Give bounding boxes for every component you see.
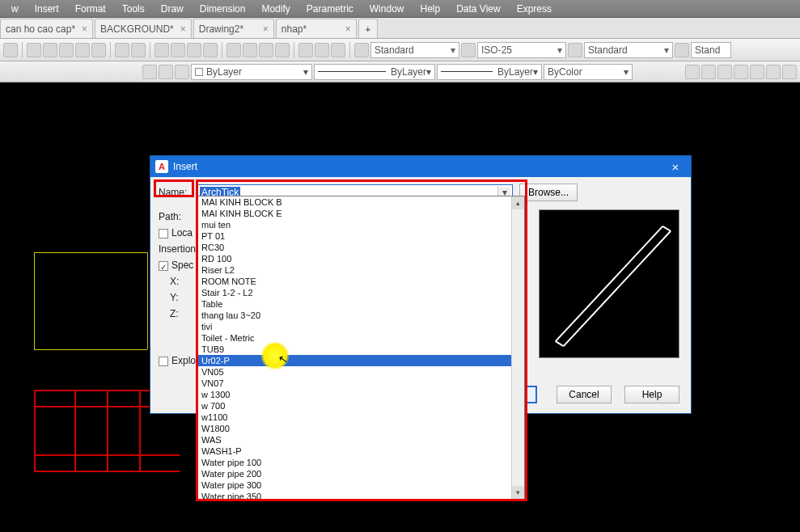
- menu-item[interactable]: Insert: [27, 3, 67, 15]
- tool-icon[interactable]: [259, 43, 273, 57]
- layer-combo[interactable]: ByLayer▾: [191, 64, 312, 80]
- tool-icon[interactable]: [75, 43, 90, 57]
- mleader-style-combo[interactable]: Stand: [691, 42, 731, 58]
- tool-icon[interactable]: [298, 43, 313, 57]
- dim-icon[interactable]: [717, 65, 732, 79]
- document-tab[interactable]: nhap*×: [276, 19, 357, 38]
- menu-item[interactable]: Dimension: [192, 3, 254, 15]
- dropdown-item[interactable]: Water pipe 350: [198, 491, 524, 500]
- tool-icon[interactable]: [91, 43, 106, 57]
- menu-item[interactable]: Data View: [448, 3, 508, 15]
- dropdown-item[interactable]: Stair 1-2 - L2: [198, 287, 524, 298]
- linetype-combo[interactable]: ByLayer▾: [314, 64, 435, 80]
- tool-icon[interactable]: [3, 43, 18, 57]
- redo-icon[interactable]: [131, 43, 146, 57]
- menu-item[interactable]: Express: [509, 3, 560, 15]
- document-tab[interactable]: Drawing2*×: [193, 19, 274, 38]
- dropdown-item[interactable]: W1800: [198, 423, 524, 434]
- new-tab-button[interactable]: +: [358, 19, 378, 38]
- menu-bar[interactable]: w Insert Format Tools Draw Dimension Mod…: [0, 0, 800, 18]
- copy-icon[interactable]: [43, 43, 57, 57]
- close-icon[interactable]: ×: [174, 23, 186, 35]
- tool-icon[interactable]: [226, 43, 241, 57]
- dropdown-item[interactable]: Water pipe 200: [198, 468, 524, 479]
- mleader-style-icon[interactable]: [675, 43, 689, 57]
- menu-item[interactable]: Parametric: [298, 3, 362, 15]
- table-style-combo[interactable]: Standard▾: [584, 42, 673, 58]
- cancel-button[interactable]: Cancel: [557, 386, 612, 403]
- explode-checkbox[interactable]: [159, 357, 168, 366]
- dialog-titlebar[interactable]: A Insert ×: [150, 156, 691, 177]
- dropdown-item[interactable]: MAI KINH BLOCK B: [198, 196, 524, 208]
- paste-icon[interactable]: [59, 43, 74, 57]
- dim-icon[interactable]: [766, 65, 781, 79]
- dropdown-item[interactable]: Riser L2: [198, 264, 524, 276]
- dim-style-combo[interactable]: ISO-25▾: [477, 42, 566, 58]
- tool-icon[interactable]: [331, 43, 345, 57]
- layer-icon[interactable]: [142, 65, 157, 79]
- dim-icon[interactable]: [782, 65, 797, 79]
- dropdown-item[interactable]: Toilet - Metric: [198, 332, 524, 344]
- scroll-down-icon[interactable]: ▾: [512, 486, 524, 499]
- zoom-extents-icon[interactable]: [187, 43, 201, 57]
- document-tab[interactable]: can ho cao cap*×: [0, 19, 93, 38]
- drawing-canvas[interactable]: A Insert × Name: ArchTick ▾ Browse... Pa…: [0, 82, 800, 532]
- menu-item[interactable]: Help: [412, 3, 448, 15]
- pan-icon[interactable]: [154, 43, 169, 57]
- dropdown-item[interactable]: Table: [198, 298, 524, 310]
- close-icon[interactable]: ×: [339, 23, 351, 35]
- lineweight-combo[interactable]: ByLayer▾: [437, 64, 542, 80]
- name-dropdown-list[interactable]: MAI KINH BLOCK BMAI KINH BLOCK Emui tenP…: [197, 196, 525, 500]
- close-icon[interactable]: ×: [256, 23, 269, 35]
- scrollbar[interactable]: ▴ ▾: [511, 196, 524, 499]
- dropdown-item[interactable]: RC30: [198, 242, 524, 253]
- specify-checkbox[interactable]: [159, 261, 168, 271]
- dropdown-item[interactable]: w1100: [198, 412, 524, 423]
- dropdown-item[interactable]: Water pipe 100: [198, 457, 524, 468]
- text-style-combo[interactable]: Standard▾: [370, 42, 459, 58]
- menu-item[interactable]: Tools: [114, 3, 153, 15]
- dropdown-item[interactable]: VN05: [198, 366, 524, 378]
- close-button[interactable]: ×: [665, 160, 686, 174]
- dropdown-item[interactable]: w 700: [198, 400, 524, 412]
- document-tab[interactable]: BACKGROUND*×: [95, 19, 192, 38]
- locate-checkbox[interactable]: [159, 229, 168, 239]
- dropdown-item[interactable]: PT 01: [198, 230, 524, 242]
- zoom-icon[interactable]: [171, 43, 185, 57]
- menu-item[interactable]: Draw: [153, 3, 192, 15]
- dropdown-item[interactable]: WAS: [198, 434, 524, 445]
- undo-icon[interactable]: [115, 43, 129, 57]
- dropdown-item[interactable]: tivi: [198, 321, 524, 332]
- tool-icon[interactable]: [275, 43, 290, 57]
- dropdown-item[interactable]: ROOM NOTE: [198, 276, 524, 287]
- dim-icon[interactable]: [685, 65, 700, 79]
- menu-item[interactable]: w: [3, 3, 27, 15]
- dropdown-item[interactable]: VN07: [198, 378, 524, 389]
- dropdown-item[interactable]: thang lau 3~20: [198, 310, 524, 321]
- help-button[interactable]: Help: [624, 386, 679, 403]
- dim-icon[interactable]: [734, 65, 748, 79]
- dropdown-item[interactable]: MAI KINH BLOCK E: [198, 208, 524, 219]
- dropdown-item[interactable]: RD 100: [198, 253, 524, 264]
- dropdown-item[interactable]: TUB9: [198, 344, 524, 355]
- close-icon[interactable]: ×: [75, 23, 87, 35]
- dim-icon[interactable]: [701, 65, 716, 79]
- dropdown-item[interactable]: WASH1-P: [198, 445, 524, 457]
- layer-icon[interactable]: [175, 65, 189, 79]
- layer-icon[interactable]: [159, 65, 173, 79]
- zoom-window-icon[interactable]: [203, 43, 218, 57]
- menu-item[interactable]: Modify: [253, 3, 298, 15]
- dim-style-icon[interactable]: [461, 43, 476, 57]
- scroll-up-icon[interactable]: ▴: [512, 196, 524, 209]
- dropdown-item[interactable]: Ur02-P: [198, 355, 524, 366]
- browse-button[interactable]: Browse...: [519, 184, 578, 201]
- tool-icon[interactable]: [315, 43, 329, 57]
- menu-item[interactable]: Window: [362, 3, 413, 15]
- dropdown-item[interactable]: Water pipe 300: [198, 479, 524, 491]
- tool-icon[interactable]: [243, 43, 257, 57]
- color-combo[interactable]: ByColor▾: [544, 64, 633, 80]
- table-style-icon[interactable]: [568, 43, 582, 57]
- menu-item[interactable]: Format: [67, 3, 114, 15]
- dropdown-item[interactable]: w 1300: [198, 389, 524, 400]
- text-style-icon[interactable]: [354, 43, 369, 57]
